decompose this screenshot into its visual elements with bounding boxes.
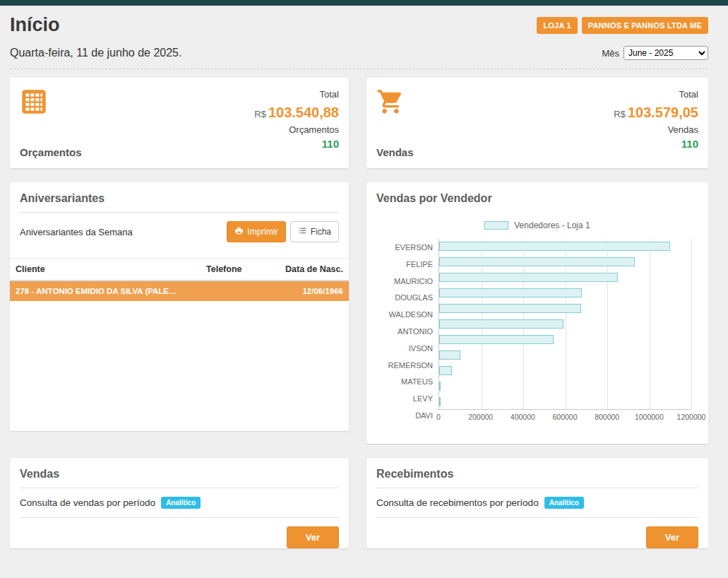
current-date: Quarta-feira, 11 de junho de 2025. [10,47,181,59]
chart-rows [439,239,691,409]
chart-category-label: DOUGLAS [376,289,438,306]
row-telefone [201,285,278,297]
chart-category-label: MAURICIO [376,273,438,290]
orcamentos-label: Orçamentos [20,146,82,158]
aniversariantes-subtitle: Aniversariantes da Semana [20,227,133,237]
chart-bar [439,319,563,329]
orcamentos-total-value: R$103.540,88 [254,102,339,123]
vendas-card: Vendas Total R$103.579,05 Vendas 110 [366,78,708,168]
chart-category-label: MATEUS [376,374,438,391]
chart-category-label: ANTONIO [376,323,438,340]
month-label: Mês [602,48,619,59]
table-row[interactable]: 278 - ANTONIO EMIDIO DA SILVA (PALE… 12/… [10,281,349,301]
chart-xtick-label: 400000 [511,413,535,421]
chart-category-label: EVERSON [376,239,438,256]
ficha-button[interactable]: Ficha [290,221,339,242]
imprimir-button[interactable]: Imprimir [227,221,285,242]
orcamentos-count-value: 110 [254,136,339,153]
chart-bar [439,366,452,375]
chart-bar [439,242,670,251]
month-select[interactable]: June - 2025 [623,46,708,60]
orcamentos-count-label: Orçamentos [254,123,339,137]
recebimentos-report-card: Recebimentos Consulta de recebimentos po… [366,458,708,548]
calculator-icon [20,88,82,119]
store-badges: LOJA 1 PANNOS E PANNOS LTDA ME [537,17,708,34]
ver-vendas-button[interactable]: Ver [287,526,339,548]
vendas-total-label: Total [614,88,698,102]
date-row: Quarta-feira, 11 de junho de 2025. Mês J… [10,46,708,69]
chart-bar [439,382,441,391]
vendas-report-title: Vendas [20,468,339,480]
list-icon [298,226,307,237]
col-data-nasc: Data de Nasc. [278,259,349,280]
chart-gridline [691,239,692,409]
recebimentos-report-title: Recebimentos [376,468,698,480]
vendas-total-value: R$103.579,05 [614,102,698,123]
analitico-badge: Analítico [544,497,584,509]
chart-bar [439,273,618,282]
vendas-count-value: 110 [614,136,698,153]
col-cliente: Cliente [10,259,201,280]
chart-labels: EVERSONFELIPEMAURICIODOUGLASWALDESONANTO… [376,239,438,424]
chart-xtick-label: 200000 [468,413,493,421]
page-header: Início LOJA 1 PANNOS E PANNOS LTDA ME [10,14,708,36]
chart-category-label: WALDESON [376,306,438,323]
vendas-report-card: Vendas Consulta de vendas por período An… [10,458,349,548]
page-title: Início [10,14,60,36]
row-cliente: 278 - ANTONIO EMIDIO DA SILVA (PALE… [10,281,201,301]
chart-bar [439,335,554,344]
chart-category-label: LEVY [376,390,438,407]
aniversariantes-title: Aniversariantes [20,192,339,205]
legend-swatch [484,221,508,230]
printer-icon [234,226,244,237]
chart-category-label: REMERSON [376,357,438,374]
col-telefone: Telefone [201,259,278,280]
vendas-report-desc: Consulta de vendas por período [20,497,155,508]
chart-title: Vendas por Vendedor [376,192,698,205]
aniversariantes-card: Aniversariantes Aniversariantes da Seman… [10,182,349,431]
chart-plot [438,239,691,410]
store-badge-company[interactable]: PANNOS E PANNOS LTDA ME [582,17,708,34]
row-data-nasc: 12/06/1966 [278,281,349,301]
table-header: Cliente Telefone Data de Nasc. [10,258,349,281]
legend-label: Vendedores - Loja 1 [514,220,590,230]
bar-chart: EVERSONFELIPEMAURICIODOUGLASWALDESONANTO… [376,239,698,424]
analitico-badge: Analítico [161,497,201,509]
vendas-count-label: Vendas [614,123,698,137]
chart-bar [439,350,460,360]
ver-recebimentos-button[interactable]: Ver [646,526,698,548]
chart-category-label: FELIPE [376,256,438,273]
chart-bar [439,257,635,266]
chart-xtick-label: 600000 [552,413,577,421]
chart-xtick-label: 1000000 [635,413,664,421]
chart-category-label: DAVI [376,407,438,424]
chart-legend: Vendedores - Loja 1 [376,220,698,230]
vendas-por-vendedor-card: Vendas por Vendedor Vendedores - Loja 1 … [366,182,708,444]
recebimentos-report-desc: Consulta de recebimentos por período [376,497,539,508]
store-badge-loja[interactable]: LOJA 1 [537,17,577,34]
chart-category-label: IVSON [376,340,438,357]
chart-xticks: 020000040000060000080000010000001200000 [438,413,691,424]
chart-bar [439,288,582,297]
chart-xtick-label: 800000 [595,413,619,421]
top-bar [0,0,728,6]
orcamentos-card: Orçamentos Total R$103.540,88 Orçamentos… [10,78,349,168]
chart-xtick-label: 0 [436,413,441,421]
orcamentos-total-label: Total [254,88,339,102]
chart-bar [439,397,441,406]
aniversariantes-table: Cliente Telefone Data de Nasc. 278 - ANT… [10,258,349,301]
cart-icon [376,88,414,119]
vendas-label: Vendas [376,146,414,158]
main-content: Início LOJA 1 PANNOS E PANNOS LTDA ME Qu… [0,6,728,562]
chart-bar [439,304,581,313]
chart-xtick-label: 1200000 [677,413,706,421]
